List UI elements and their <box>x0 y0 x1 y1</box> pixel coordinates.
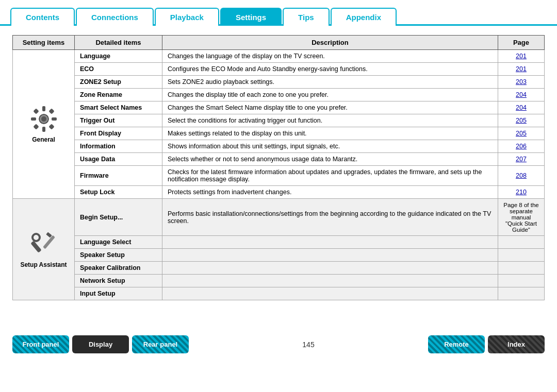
tab-contents[interactable]: Contents <box>10 8 75 26</box>
table-row: ECO Configures the ECO Mode and Auto Sta… <box>13 63 545 76</box>
detail-trigger: Trigger Out <box>75 114 162 127</box>
svg-rect-6 <box>48 108 54 114</box>
top-navigation: Contents Connections Playback Settings T… <box>0 0 557 26</box>
detail-speaker-cal: Speaker Calibration <box>75 262 162 275</box>
display-label: Display <box>89 340 112 348</box>
detail-network-setup: Network Setup <box>75 275 162 287</box>
table-row: Front Display Makes settings related to … <box>13 127 545 140</box>
table-row: Firmware Checks for the latest firmware … <box>13 166 545 186</box>
page-number: 145 <box>189 340 428 349</box>
table-row: ZONE2 Setup Sets ZONE2 audio playback se… <box>13 76 545 89</box>
desc-smart-select: Changes the Smart Select Name display ti… <box>162 101 498 114</box>
tab-appendix[interactable]: Appendix <box>331 8 397 26</box>
tab-connections[interactable]: Connections <box>76 8 154 26</box>
desc-begin-setup: Performs basic installation/connections/… <box>162 199 498 236</box>
svg-rect-2 <box>42 127 45 132</box>
th-setting-items: Setting items <box>13 36 75 50</box>
gear-icon <box>30 105 58 133</box>
svg-rect-3 <box>31 117 36 121</box>
desc-zone-rename: Changes the display title of each zone t… <box>162 89 498 101</box>
desc-setup-lock: Protects settings from inadvertent chang… <box>162 186 498 199</box>
page-firmware[interactable]: 208 <box>498 166 545 186</box>
page-eco[interactable]: 201 <box>498 63 545 76</box>
page-front-display[interactable]: 205 <box>498 127 545 140</box>
general-label: General <box>18 136 69 143</box>
tab-tips[interactable]: Tips <box>283 8 330 26</box>
svg-point-12 <box>32 234 40 241</box>
desc-eco: Configures the ECO Mode and Auto Standby… <box>162 63 498 76</box>
th-page: Page <box>498 36 545 50</box>
tab-playback[interactable]: Playback <box>155 8 219 26</box>
setup-assistant-label: Setup Assistant <box>18 261 69 268</box>
detail-firmware: Firmware <box>75 166 162 186</box>
svg-rect-5 <box>33 108 39 114</box>
detail-eco: ECO <box>75 63 162 76</box>
table-row: Network Setup <box>13 275 545 287</box>
general-section-cell: General <box>13 50 75 199</box>
bottom-nav-right: Remote Index <box>428 335 545 353</box>
table-row: Input Setup <box>13 287 545 300</box>
table-row: Smart Select Names Changes the Smart Sel… <box>13 101 545 114</box>
bottom-navigation: Front panel Display Rear panel 145 Remot… <box>0 326 557 359</box>
table-row: Setup Assistant Begin Setup... Performs … <box>13 199 545 236</box>
desc-usage-data: Selects whether or not to send anonymous… <box>162 153 498 166</box>
rear-panel-label: Rear panel <box>143 340 177 348</box>
tab-settings[interactable]: Settings <box>220 8 282 26</box>
svg-rect-11 <box>30 241 42 253</box>
page-setup-lock[interactable]: 210 <box>498 186 545 199</box>
detail-language: Language <box>75 50 162 63</box>
front-panel-button[interactable]: Front panel <box>12 335 69 353</box>
table-row: Usage Data Selects whether or not to sen… <box>13 153 545 166</box>
desc-network-setup <box>162 275 498 287</box>
remote-button[interactable]: Remote <box>428 335 485 353</box>
detail-speaker-setup: Speaker Setup <box>75 249 162 262</box>
page-network-setup <box>498 275 545 287</box>
desc-trigger: Select the conditions for activating tri… <box>162 114 498 127</box>
svg-rect-14 <box>46 232 52 237</box>
detail-input-setup: Input Setup <box>75 287 162 300</box>
desc-speaker-setup <box>162 249 498 262</box>
display-button[interactable]: Display <box>72 335 129 353</box>
detail-lang-select: Language Select <box>75 236 162 249</box>
settings-table: Setting items Detailed items Description… <box>12 35 545 300</box>
page-speaker-cal <box>498 262 545 275</box>
svg-rect-1 <box>42 106 45 111</box>
desc-input-setup <box>162 287 498 300</box>
page-usage-data[interactable]: 207 <box>498 153 545 166</box>
svg-rect-4 <box>52 117 57 121</box>
tools-icon <box>30 230 58 258</box>
table-row: Setup Lock Protects settings from inadve… <box>13 186 545 199</box>
page-information[interactable]: 206 <box>498 140 545 153</box>
page-trigger[interactable]: 205 <box>498 114 545 127</box>
page-begin-setup: Page 8 of the separate manual "Quick Sta… <box>498 199 545 236</box>
table-row: Information Shows information about this… <box>13 140 545 153</box>
bottom-nav-left: Front panel Display Rear panel <box>12 335 189 353</box>
desc-lang-select <box>162 236 498 249</box>
table-row: Speaker Calibration <box>13 262 545 275</box>
index-button[interactable]: Index <box>488 335 545 353</box>
main-content: Setting items Detailed items Description… <box>0 26 557 305</box>
page-language[interactable]: 201 <box>498 50 545 63</box>
table-row: Zone Rename Changes the display title of… <box>13 89 545 101</box>
front-panel-label: Front panel <box>23 340 59 348</box>
rear-panel-button[interactable]: Rear panel <box>132 335 189 353</box>
table-row: Speaker Setup <box>13 249 545 262</box>
detail-zone2: ZONE2 Setup <box>75 76 162 89</box>
desc-zone2: Sets ZONE2 audio playback settings. <box>162 76 498 89</box>
desc-front-display: Makes settings related to the display on… <box>162 127 498 140</box>
page-zone2[interactable]: 203 <box>498 76 545 89</box>
page-smart-select[interactable]: 204 <box>498 101 545 114</box>
table-row: Language Select <box>13 236 545 249</box>
remote-label: Remote <box>444 340 469 348</box>
desc-speaker-cal <box>162 262 498 275</box>
page-zone-rename[interactable]: 204 <box>498 89 545 101</box>
svg-rect-8 <box>48 124 54 129</box>
svg-point-10 <box>41 116 46 122</box>
detail-usage-data: Usage Data <box>75 153 162 166</box>
th-description: Description <box>162 36 498 50</box>
page-speaker-setup <box>498 249 545 262</box>
index-label: Index <box>507 340 525 348</box>
svg-rect-7 <box>33 124 39 129</box>
detail-information: Information <box>75 140 162 153</box>
th-detailed-items: Detailed items <box>75 36 162 50</box>
